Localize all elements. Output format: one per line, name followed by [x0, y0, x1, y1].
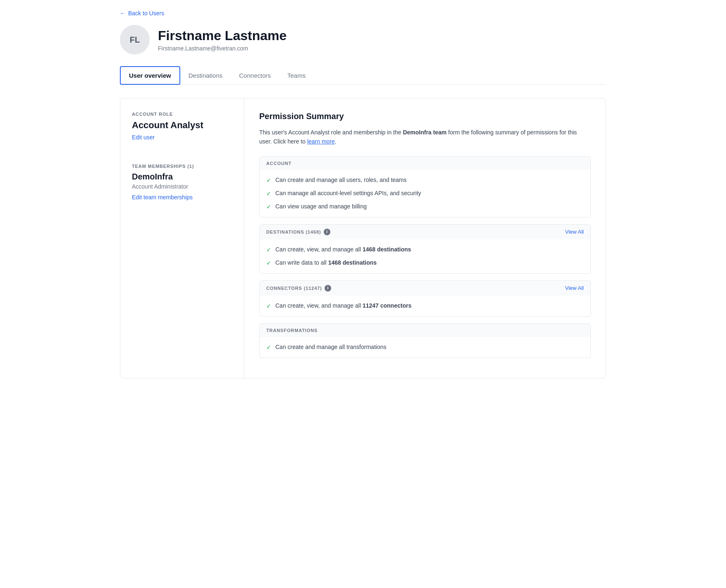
- perm-section-transformations-header: TRANSFORMATIONS: [260, 324, 590, 337]
- perm-section-connectors-title-row: CONNECTORS (11247) i: [266, 285, 331, 292]
- user-email: Firstname.Lastname@fivetran.com: [158, 45, 287, 52]
- perm-desc-end: .: [335, 138, 337, 145]
- perm-item: ✓ Can create and manage all users, roles…: [266, 176, 584, 185]
- perm-section-connectors-title: CONNECTORS (11247): [266, 286, 322, 291]
- user-full-name: Firstname Lastname: [158, 28, 287, 43]
- check-icon: ✓: [266, 246, 271, 254]
- edit-team-memberships-link[interactable]: Edit team memberships: [132, 194, 193, 201]
- destinations-info-icon[interactable]: i: [324, 229, 330, 235]
- avatar: FL: [120, 25, 150, 55]
- perm-section-account-title-row: ACCOUNT: [266, 161, 291, 166]
- perm-section-account-header: ACCOUNT: [260, 157, 590, 170]
- back-to-users-link[interactable]: ← Back to Users: [120, 10, 164, 17]
- permission-summary-title: Permission Summary: [259, 112, 591, 121]
- perm-item-text: Can create and manage all users, roles, …: [275, 176, 407, 184]
- tab-teams[interactable]: Teams: [279, 66, 314, 84]
- tab-destinations[interactable]: Destinations: [180, 66, 231, 84]
- perm-item: ✓ Can view usage and manage billing: [266, 202, 584, 211]
- perm-desc-team: DemoInfra team: [403, 129, 447, 136]
- perm-section-account-title: ACCOUNT: [266, 161, 291, 166]
- perm-section-transformations: TRANSFORMATIONS ✓ Can create and manage …: [259, 323, 591, 358]
- back-arrow-icon: ←: [120, 10, 126, 17]
- user-header: FL Firstname Lastname Firstname.Lastname…: [120, 25, 606, 55]
- perm-item: ✓ Can write data to all 1468 destination…: [266, 258, 584, 268]
- perm-item: ✓ Can create, view, and manage all 1468 …: [266, 245, 584, 254]
- perm-item-text: Can create, view, and manage all 11247 c…: [275, 301, 411, 310]
- connectors-info-icon[interactable]: i: [325, 285, 331, 292]
- edit-user-link[interactable]: Edit user: [132, 134, 155, 141]
- perm-section-connectors-header: CONNECTORS (11247) i View All: [260, 281, 590, 296]
- perm-section-account-items: ✓ Can create and manage all users, roles…: [260, 170, 590, 217]
- perm-section-destinations-title: DESTINATIONS (1468): [266, 229, 321, 234]
- perm-section-connectors: CONNECTORS (11247) i View All ✓ Can crea…: [259, 280, 591, 317]
- team-name: DemoInfra: [132, 172, 232, 182]
- perm-section-account: ACCOUNT ✓ Can create and manage all user…: [259, 156, 591, 218]
- check-icon: ✓: [266, 343, 271, 352]
- perm-item-text: Can create, view, and manage all 1468 de…: [275, 245, 411, 254]
- perm-section-transformations-title: TRANSFORMATIONS: [266, 328, 318, 333]
- perm-item-text: Can view usage and manage billing: [275, 202, 367, 211]
- perm-section-destinations-items: ✓ Can create, view, and manage all 1468 …: [260, 239, 590, 273]
- perm-item-text: Can manage all account-level settings AP…: [275, 189, 421, 198]
- destinations-view-all-link[interactable]: View All: [565, 229, 584, 235]
- team-role: Account Administrator: [132, 183, 232, 190]
- perm-section-destinations: DESTINATIONS (1468) i View All ✓ Can cre…: [259, 224, 591, 274]
- permission-description: This user's Account Analyst role and mem…: [259, 128, 591, 146]
- perm-item: ✓ Can create and manage all transformati…: [266, 343, 584, 352]
- connectors-view-all-link[interactable]: View All: [565, 285, 584, 291]
- perm-section-destinations-title-row: DESTINATIONS (1468) i: [266, 229, 330, 235]
- check-icon: ✓: [266, 203, 271, 211]
- left-panel: ACCOUNT ROLE Account Analyst Edit user T…: [120, 98, 244, 378]
- check-icon: ✓: [266, 176, 271, 185]
- team-memberships-label: TEAM MEMBERSHIPS (1): [132, 164, 232, 169]
- perm-desc-prefix: This user's Account Analyst role and mem…: [259, 129, 403, 136]
- check-icon: ✓: [266, 302, 271, 311]
- perm-item-text: Can write data to all 1468 destinations: [275, 258, 377, 267]
- perm-section-connectors-items: ✓ Can create, view, and manage all 11247…: [260, 296, 590, 316]
- right-panel: Permission Summary This user's Account A…: [244, 98, 606, 378]
- user-info: Firstname Lastname Firstname.Lastname@fi…: [158, 28, 287, 52]
- perm-item-text: Can create and manage all transformation…: [275, 343, 386, 351]
- perm-section-destinations-header: DESTINATIONS (1468) i View All: [260, 225, 590, 239]
- account-role-label: ACCOUNT ROLE: [132, 112, 232, 117]
- back-link-label: Back to Users: [128, 10, 164, 17]
- perm-item: ✓ Can manage all account-level settings …: [266, 189, 584, 198]
- check-icon: ✓: [266, 189, 271, 198]
- check-icon: ✓: [266, 259, 271, 268]
- perm-section-transformations-items: ✓ Can create and manage all transformati…: [260, 337, 590, 358]
- learn-more-link[interactable]: learn more: [307, 138, 335, 145]
- role-name: Account Analyst: [132, 120, 232, 131]
- perm-item: ✓ Can create, view, and manage all 11247…: [266, 301, 584, 311]
- tab-bar: User overview Destinations Connectors Te…: [120, 66, 606, 85]
- content-card: ACCOUNT ROLE Account Analyst Edit user T…: [120, 98, 606, 378]
- perm-section-transformations-title-row: TRANSFORMATIONS: [266, 328, 318, 333]
- tab-user-overview[interactable]: User overview: [120, 66, 180, 85]
- tab-connectors[interactable]: Connectors: [231, 66, 279, 84]
